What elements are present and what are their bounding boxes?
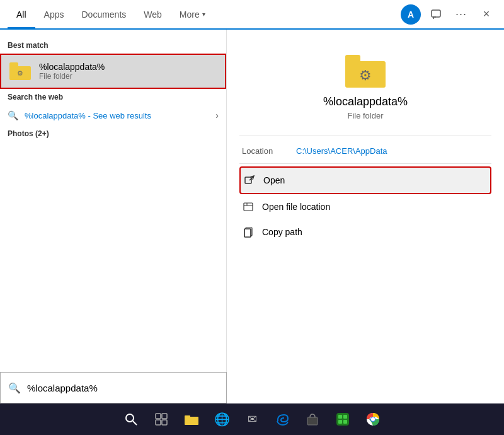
action-copy-path[interactable]: Copy path <box>239 219 491 245</box>
chevron-down-icon: ▾ <box>202 11 205 18</box>
svg-rect-19 <box>338 415 342 419</box>
svg-rect-13 <box>156 420 161 425</box>
detail-header: ⚙ %localappdata% File folder <box>239 42 491 130</box>
taskbar-xbox-button[interactable] <box>330 407 355 432</box>
svg-rect-20 <box>343 415 347 419</box>
detail-folder-gear-icon: ⚙ <box>359 67 372 84</box>
feedback-icon <box>430 9 442 20</box>
open-icon <box>243 174 256 187</box>
chevron-right-icon: › <box>215 110 219 120</box>
action-open-file-location[interactable]: Open file location <box>239 194 491 219</box>
more-options-button[interactable]: ··· <box>451 4 471 25</box>
svg-rect-18 <box>336 413 349 426</box>
taskbar-chrome-icon <box>366 412 380 426</box>
best-match-label: Best match <box>0 37 226 54</box>
svg-rect-11 <box>156 414 161 419</box>
taskbar-search-icon <box>124 412 138 426</box>
tab-web[interactable]: Web <box>135 0 171 28</box>
svg-rect-21 <box>338 420 342 424</box>
svg-point-25 <box>371 417 375 421</box>
taskbar-mail-icon: ✉ <box>248 412 257 426</box>
search-window: All Apps Documents Web More ▾ A <box>0 0 504 403</box>
tab-all[interactable]: All <box>8 0 35 28</box>
feedback-button[interactable] <box>426 4 446 25</box>
avatar[interactable]: A <box>401 4 421 25</box>
copy-path-icon-svg <box>243 226 254 238</box>
taskbar-search-button[interactable] <box>118 407 144 432</box>
taskbar-xbox-icon <box>336 412 350 426</box>
search-web-icon: 🔍 <box>8 110 18 120</box>
svg-point-9 <box>126 414 134 422</box>
location-label: Location <box>242 146 286 156</box>
search-web-item[interactable]: 🔍 %localappdata% - See web results › <box>0 105 226 125</box>
detail-subtitle: File folder <box>347 111 383 120</box>
svg-rect-12 <box>162 414 167 419</box>
tab-apps[interactable]: Apps <box>35 0 73 28</box>
taskbar-taskview-button[interactable] <box>149 407 174 432</box>
taskbar-explorer-button[interactable] <box>179 407 204 432</box>
result-item-localappdata[interactable]: ⚙ %localappdata% File folder <box>0 54 226 89</box>
folder-gear-icon: ⚙ <box>17 69 23 78</box>
taskbar-mail-button[interactable]: ✉ <box>239 407 265 432</box>
detail-folder-icon: ⚙ <box>345 55 386 88</box>
taskbar-edge-button[interactable] <box>270 407 295 432</box>
open-file-location-icon-svg <box>243 201 254 212</box>
taskbar-explorer-icon <box>184 413 199 426</box>
svg-rect-0 <box>432 10 440 17</box>
taskbar-ie-icon: 🌐 <box>214 412 230 427</box>
taskbar-store-icon <box>306 412 319 426</box>
tab-documents[interactable]: Documents <box>72 0 135 28</box>
copy-path-icon <box>242 226 255 238</box>
nav-tabs: All Apps Documents Web More ▾ <box>8 0 401 28</box>
folder-icon-container: ⚙ <box>9 60 32 83</box>
svg-rect-16 <box>185 415 190 418</box>
right-panel: ⚙ %localappdata% File folder Location C:… <box>227 30 504 403</box>
action-open-file-label: Open file location <box>262 202 330 212</box>
svg-rect-22 <box>343 420 347 424</box>
action-copy-path-label: Copy path <box>262 227 302 237</box>
search-bar: 🔍 <box>0 372 227 403</box>
search-web-text: %localappdata% - See web results <box>25 111 151 120</box>
svg-rect-7 <box>244 229 251 237</box>
nav-right: A ··· × <box>401 4 496 25</box>
location-row: Location C:\Users\ACER\AppData <box>239 141 491 161</box>
detail-title: %localappdata% <box>323 95 408 108</box>
divider-2 <box>239 163 491 164</box>
svg-rect-14 <box>162 420 167 425</box>
svg-rect-17 <box>307 417 318 425</box>
result-subtitle: File folder <box>39 72 217 81</box>
taskbar-store-button[interactable] <box>300 407 325 432</box>
open-file-location-icon <box>242 200 255 213</box>
open-icon-svg <box>244 175 255 186</box>
folder-icon: ⚙ <box>9 62 31 80</box>
location-path[interactable]: C:\Users\ACER\AppData <box>296 146 387 156</box>
svg-line-10 <box>133 421 137 425</box>
taskbar-taskview-icon <box>154 412 168 426</box>
divider-1 <box>239 136 491 136</box>
action-open-label: Open <box>263 175 285 185</box>
close-button[interactable]: × <box>476 4 496 25</box>
left-panel: Best match ⚙ %localappdata% File folder … <box>0 30 227 403</box>
search-web-label: Search the web <box>0 89 226 105</box>
search-input[interactable] <box>27 383 219 393</box>
taskbar-ie-button[interactable]: 🌐 <box>209 407 234 432</box>
taskbar-edge-icon <box>275 412 289 426</box>
taskbar-chrome-button[interactable] <box>360 407 386 432</box>
result-title: %localappdata% <box>39 62 217 72</box>
taskbar: 🌐 ✉ <box>0 403 504 435</box>
tab-more[interactable]: More ▾ <box>171 0 214 28</box>
svg-rect-1 <box>245 177 251 183</box>
top-nav: All Apps Documents Web More ▾ A <box>0 0 504 30</box>
action-open[interactable]: Open <box>239 166 491 194</box>
result-text: %localappdata% File folder <box>39 62 217 81</box>
search-bar-icon: 🔍 <box>8 382 21 394</box>
content-area: Best match ⚙ %localappdata% File folder … <box>0 30 504 403</box>
svg-rect-3 <box>244 203 253 211</box>
photos-label: Photos (2+) <box>0 125 226 142</box>
